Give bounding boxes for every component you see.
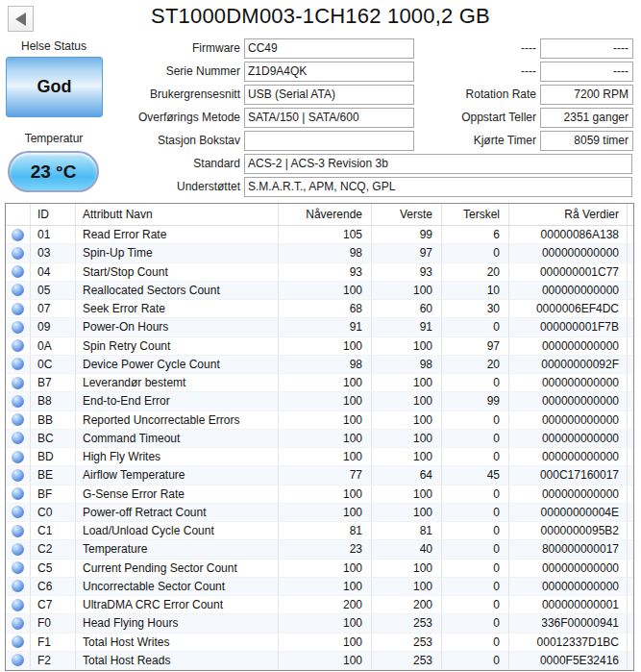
header-worst[interactable]: Verste [372, 204, 442, 225]
smart-attribute-row[interactable]: BE Airflow Temperature 77 64 45 000C1716… [6, 466, 633, 485]
attribute-worst: 64 [372, 466, 442, 484]
attribute-id: BC [31, 430, 76, 447]
info-label: Understøttet [0, 180, 240, 193]
smart-attribute-row[interactable]: 09 Power-On Hours 91 91 0 000000001F7B [6, 318, 633, 336]
row-spacer [628, 282, 633, 299]
header-attribute-name[interactable]: Attributt Navn [76, 204, 279, 225]
status-good-orb-icon [12, 395, 24, 408]
attribute-id: C0 [31, 504, 76, 521]
attribute-threshold: 97 [442, 337, 509, 355]
row-spacer [628, 226, 633, 243]
attribute-raw-value: 0000000095B2 [509, 522, 628, 539]
attribute-threshold: 0 [442, 522, 509, 539]
status-good-orb-icon [12, 525, 24, 537]
attribute-threshold: 0 [442, 485, 509, 503]
info-value-field[interactable]: ACS-2 | ACS-3 Revision 3b [244, 154, 632, 174]
attribute-name: UltraDMA CRC Error Count [76, 596, 279, 613]
stat-value-field[interactable]: 7200 RPM [540, 85, 633, 105]
attribute-threshold: 99 [442, 392, 509, 410]
smart-attribute-row[interactable]: C0 Power-off Retract Count 100 100 0 000… [6, 504, 633, 522]
attribute-name: Reallocated Sectors Count [76, 282, 279, 299]
status-good-orb-icon [12, 487, 24, 500]
smart-table-header: ID Attributt Navn Nåverende Verste Tersk… [6, 204, 633, 226]
info-value-field[interactable]: S.M.A.R.T., APM, NCQ, GPL [244, 177, 632, 197]
attribute-raw-value: 000000000000 [509, 560, 628, 577]
row-spacer [628, 244, 633, 261]
smart-attribute-row[interactable]: 0C Device Power Cycle Count 98 98 20 000… [6, 356, 633, 374]
smart-attribute-row[interactable]: BB Reported Uncorrectable Errors 100 100… [6, 411, 633, 430]
attribute-threshold: 6 [442, 226, 509, 243]
attribute-worst: 40 [372, 540, 442, 558]
attribute-current: 100 [279, 337, 372, 355]
smart-attribute-row[interactable]: C7 UltraDMA CRC Error Count 200 200 0 00… [6, 596, 633, 614]
status-orb-cell [6, 337, 31, 355]
status-good-orb-icon [12, 265, 24, 278]
stat-value-field[interactable]: 2351 ganger [540, 108, 633, 128]
status-good-orb-icon [12, 469, 24, 482]
smart-attribute-row[interactable]: C2 Temperature 23 40 0 800000000017 [6, 540, 633, 559]
stat-row: ---- ---- [0, 37, 641, 60]
smart-attribute-row[interactable]: F2 Total Host Reads 100 253 0 0000F5E324… [6, 652, 633, 670]
smart-attribute-row[interactable]: BD High Fly Writes 100 100 0 00000000000… [6, 448, 633, 466]
smart-attribute-row[interactable]: B7 Leverandør bestemt 100 100 0 00000000… [6, 374, 633, 392]
attribute-threshold: 0 [442, 448, 509, 465]
attribute-id: C7 [31, 596, 76, 613]
smart-attribute-row[interactable]: F1 Total Host Writes 100 253 0 00012337D… [6, 634, 633, 652]
attribute-worst: 100 [372, 411, 442, 429]
back-button[interactable] [8, 6, 34, 32]
status-orb-cell [6, 614, 31, 632]
attribute-name: G-Sense Error Rate [76, 485, 279, 503]
header-threshold[interactable]: Terskel [442, 204, 509, 225]
status-good-orb-icon [12, 654, 24, 666]
attribute-current: 100 [279, 411, 372, 429]
attribute-name: Command Timeout [76, 430, 279, 447]
status-orb-cell [6, 448, 31, 465]
attribute-threshold: 45 [442, 466, 509, 484]
row-spacer [628, 430, 633, 447]
attribute-threshold: 0 [442, 578, 509, 595]
attribute-current: 100 [279, 485, 372, 503]
header-id[interactable]: ID [31, 204, 76, 225]
attribute-id: 04 [31, 263, 76, 281]
smart-attribute-row[interactable]: BF G-Sense Error Rate 100 100 0 00000000… [6, 485, 633, 504]
attribute-worst: 100 [372, 485, 442, 503]
row-spacer [628, 634, 633, 651]
smart-attribute-row[interactable]: C5 Current Pending Sector Count 100 100 … [6, 560, 633, 578]
attribute-threshold: 20 [442, 356, 509, 373]
smart-attribute-row[interactable]: 05 Reallocated Sectors Count 100 100 10 … [6, 282, 633, 300]
attribute-worst: 100 [372, 392, 442, 410]
header-raw-values[interactable]: Rå Verdier [509, 204, 628, 225]
attribute-raw-value: 000000000000 [509, 282, 628, 299]
smart-attribute-row[interactable]: C1 Load/Unload Cycle Count 81 81 0 00000… [6, 522, 633, 540]
smart-attribute-row[interactable]: C6 Uncorrectable Sector Count 100 100 0 … [6, 578, 633, 596]
smart-attribute-row[interactable]: BC Command Timeout 100 100 0 00000000000… [6, 430, 633, 448]
smart-attribute-row[interactable]: 03 Spin-Up Time 98 97 0 000000000000 [6, 244, 633, 262]
row-spacer [628, 540, 633, 558]
status-good-orb-icon [12, 247, 24, 260]
info-label: Standard [0, 157, 240, 170]
header-status-column[interactable] [6, 204, 31, 225]
attribute-worst: 93 [372, 263, 442, 281]
attribute-raw-value: 000C17160017 [509, 466, 628, 484]
smart-attribute-row[interactable]: 07 Seek Error Rate 68 60 30 0000006EF4DC [6, 300, 633, 318]
row-spacer [628, 485, 633, 503]
smart-attribute-row[interactable]: B8 End-to-End Error 100 100 99 000000000… [6, 392, 633, 411]
smart-attribute-row[interactable]: 01 Read Error Rate 105 99 6 00000086A138 [6, 226, 633, 244]
attribute-name: Total Host Writes [76, 634, 279, 651]
attribute-id: BE [31, 466, 76, 484]
attribute-raw-value: 000000000001 [509, 596, 628, 613]
smart-attribute-row[interactable]: F0 Head Flying Hours 100 253 0 336F00000… [6, 614, 633, 633]
status-orb-cell [6, 411, 31, 429]
stat-value-field[interactable]: 8059 timer [540, 131, 633, 151]
attribute-threshold: 0 [442, 430, 509, 447]
stat-label: ---- [0, 41, 536, 55]
smart-attribute-row[interactable]: 04 Start/Stop Count 93 93 20 000000001C7… [6, 263, 633, 282]
header-current[interactable]: Nåverende [279, 204, 372, 225]
attribute-raw-value: 00000000092F [509, 356, 628, 373]
attribute-threshold: 0 [442, 411, 509, 429]
status-orb-cell [6, 504, 31, 521]
stat-value-field[interactable]: ---- [540, 62, 633, 82]
smart-attribute-row[interactable]: 0A Spin Retry Count 100 100 97 000000000… [6, 337, 633, 356]
stat-value-field[interactable]: ---- [540, 38, 633, 59]
attribute-current: 68 [279, 300, 372, 317]
